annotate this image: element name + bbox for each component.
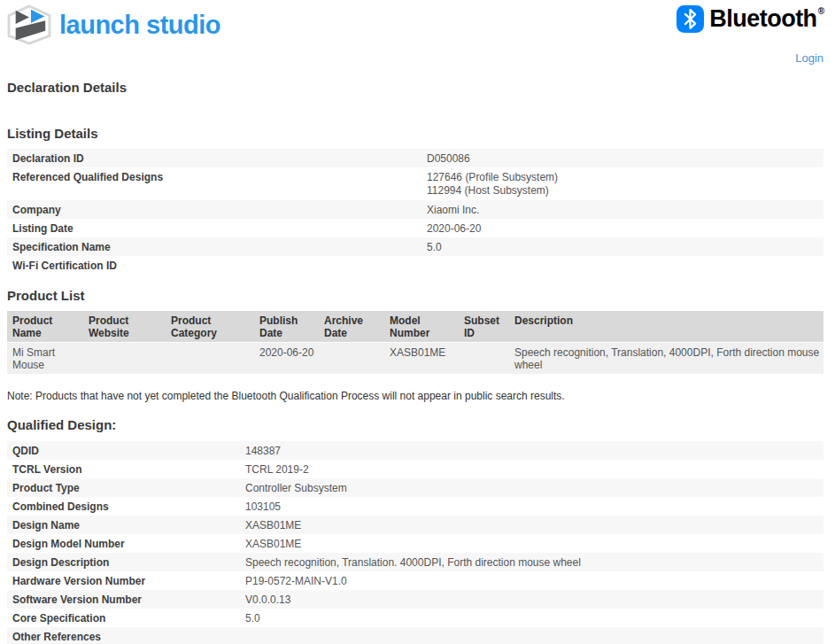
publish-date-cell: 2020-06-20	[254, 346, 319, 371]
model-number-cell: XASB01ME	[384, 346, 459, 371]
launch-studio-logo-icon	[7, 4, 51, 45]
table-row: Core Specification 5.0	[7, 609, 823, 627]
table-row: QDID 148387	[7, 441, 823, 460]
column-header: Product Website	[83, 314, 166, 339]
row-label: Design Name	[12, 519, 245, 531]
table-row: TCRL Version TCRL 2019-2	[7, 460, 823, 478]
table-row: Product Type Controller Subsystem	[7, 478, 823, 497]
table-row: Specification Name 5.0	[7, 237, 823, 256]
bluetooth-icon	[677, 5, 704, 33]
listing-details-heading: Listing Details	[7, 126, 823, 141]
row-value: 103105	[245, 500, 818, 513]
row-label: QDID	[12, 445, 245, 457]
referenced-design-line: 112994 (Host Subsystem)	[427, 184, 818, 198]
row-value: 148387	[245, 445, 818, 457]
page-title: Declaration Details	[7, 80, 823, 95]
table-row: Hardware Version Number P19-0572-MAIN-V1…	[7, 571, 823, 590]
row-label: Referenced Qualified Designs	[12, 171, 427, 198]
note-text: Note: Products that have not yet complet…	[7, 390, 823, 402]
row-label: Listing Date	[12, 222, 427, 235]
table-row: Design Description Speech recognition, T…	[7, 553, 823, 571]
row-label: Product Type	[12, 482, 245, 494]
qualified-design-heading: Qualified Design:	[7, 417, 823, 432]
row-value: P19-0572-MAIN-V1.0	[245, 575, 818, 587]
row-value: TCRL 2019-2	[245, 463, 818, 476]
registered-trademark-symbol: ®	[818, 6, 824, 16]
table-row: Declaration ID D050086	[7, 149, 823, 167]
header: launch studio Bluetooth ®	[0, 0, 835, 46]
row-value: Controller Subsystem	[245, 482, 818, 494]
product-name-cell: Mi Smart Mouse	[7, 346, 83, 371]
table-row: Referenced Qualified Designs 127646 (Pro…	[7, 167, 823, 200]
row-value: V0.0.0.13	[245, 594, 818, 606]
row-value	[245, 631, 818, 643]
column-header: Product Category	[166, 314, 254, 339]
table-row: Company Xiaomi Inc.	[7, 200, 823, 219]
row-value: 5.0	[245, 612, 818, 625]
row-value: 127646 (Profile Subsystem) 112994 (Host …	[427, 171, 818, 198]
row-label: Declaration ID	[12, 152, 427, 165]
qualified-design-table: QDID 148387 TCRL Version TCRL 2019-2 Pro…	[7, 441, 823, 644]
column-header: Description	[509, 314, 823, 339]
product-website-cell	[83, 346, 166, 371]
table-row: Wi-Fi Certification ID	[7, 256, 823, 275]
listing-details-table: Declaration ID D050086 Referenced Qualif…	[7, 149, 823, 275]
main-content: Declaration Details Listing Details Decl…	[7, 80, 823, 644]
archive-date-cell	[319, 346, 384, 371]
description-cell: Speech recognition, Translation, 4000DPI…	[509, 346, 823, 371]
row-label: Company	[12, 204, 427, 216]
subset-id-cell	[459, 346, 509, 371]
column-header: Archive Date	[319, 314, 384, 339]
table-row: Other References	[7, 627, 823, 644]
product-list-heading: Product List	[7, 288, 823, 303]
table-row: Design Model Number XASB01ME	[7, 534, 823, 553]
table-row: Combined Designs 103105	[7, 497, 823, 516]
column-header: Product Name	[7, 314, 83, 339]
referenced-design-line: 127646 (Profile Subsystem)	[427, 171, 818, 184]
row-label: Software Version Number	[12, 594, 245, 606]
product-table-row: Mi Smart Mouse 2020-06-20 XASB01ME Speec…	[7, 343, 823, 374]
product-list-table: Product Name Product Website Product Cat…	[7, 311, 823, 374]
row-value: D050086	[427, 152, 818, 165]
login-row: Login	[0, 50, 835, 64]
row-label: Design Description	[12, 556, 245, 569]
column-header: Model Number	[384, 314, 459, 339]
column-header: Subset ID	[459, 314, 509, 339]
row-value: Xiaomi Inc.	[427, 204, 818, 216]
row-value: 5.0	[427, 241, 818, 253]
row-label: Specification Name	[12, 241, 427, 253]
row-value: Speech recognition, Translation. 4000DPI…	[245, 556, 818, 569]
row-label: Wi-Fi Certification ID	[12, 260, 427, 272]
bluetooth-logo[interactable]: Bluetooth ®	[677, 5, 824, 33]
row-label: TCRL Version	[12, 463, 245, 476]
product-table-header-row: Product Name Product Website Product Cat…	[7, 311, 823, 342]
row-value: XASB01ME	[245, 519, 818, 531]
row-label: Other References	[12, 631, 245, 643]
row-value	[427, 260, 818, 272]
bluetooth-logo-text: Bluetooth	[709, 5, 816, 33]
table-row: Design Name XASB01ME	[7, 516, 823, 534]
product-category-cell	[166, 346, 254, 371]
launch-studio-logo[interactable]: launch studio	[7, 4, 220, 45]
row-label: Core Specification	[12, 612, 245, 625]
row-value: XASB01ME	[245, 538, 818, 550]
launch-studio-logo-text: launch studio	[59, 11, 220, 40]
row-label: Design Model Number	[12, 538, 245, 550]
table-row: Listing Date 2020-06-20	[7, 219, 823, 237]
table-row: Software Version Number V0.0.0.13	[7, 590, 823, 609]
row-label: Hardware Version Number	[12, 575, 245, 587]
row-value: 2020-06-20	[427, 222, 818, 235]
login-link[interactable]: Login	[795, 51, 823, 65]
row-label: Combined Designs	[12, 500, 245, 513]
column-header: Publish Date	[254, 314, 319, 339]
